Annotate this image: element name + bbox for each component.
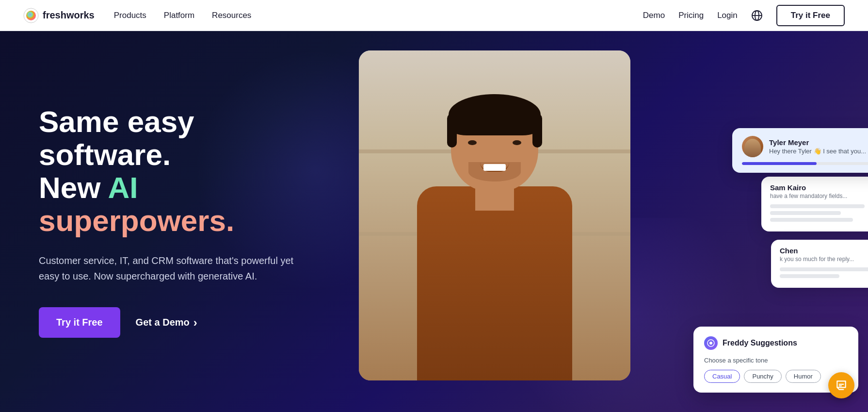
svg-rect-7 xyxy=(839,384,844,385)
person-hair xyxy=(449,94,541,135)
person-body xyxy=(417,186,572,380)
headline-line2-prefix: New xyxy=(39,171,108,204)
logo[interactable]: freshworks xyxy=(23,8,95,23)
hero-headline: Same easy software. New AI superpowers. xyxy=(39,105,330,238)
tyler-name: Tyler Meyer xyxy=(769,138,866,147)
chen-message: k you so much for the reply... xyxy=(780,256,868,263)
person-eye-left xyxy=(468,140,477,145)
freddy-tones-group: Casual Punchy Humor xyxy=(704,370,848,383)
navigation: freshworks Products Platform Resources D… xyxy=(0,0,868,31)
freddy-choose-tone: Choose a specific tone xyxy=(704,357,848,364)
nav-products[interactable]: Products xyxy=(114,11,146,20)
try-it-free-hero-button[interactable]: Try it Free xyxy=(39,307,120,338)
nav-links: Products Platform Resources xyxy=(114,11,643,20)
headline-ai: AI xyxy=(108,171,138,204)
sam-line-1 xyxy=(770,204,865,208)
get-demo-arrow: › xyxy=(193,316,197,330)
nav-login[interactable]: Login xyxy=(717,11,738,20)
sam-card: Sam Kairo have a few mandatory fields... xyxy=(761,177,868,231)
svg-rect-8 xyxy=(839,385,842,386)
sam-line-3 xyxy=(770,218,853,222)
globe-icon[interactable] xyxy=(751,10,763,21)
chen-name: Chen xyxy=(780,247,868,255)
headline-line1: Same easy software. xyxy=(39,105,194,171)
tyler-avatar-silhouette xyxy=(744,139,761,157)
tyler-progress-fill xyxy=(742,162,817,165)
nav-demo[interactable]: Demo xyxy=(643,11,665,20)
freddy-header: Freddy Suggestions xyxy=(704,336,848,350)
person-head xyxy=(451,94,538,191)
chen-lines xyxy=(780,267,868,278)
chen-line-2 xyxy=(780,274,839,278)
nav-pricing[interactable]: Pricing xyxy=(678,11,704,20)
tyler-message: Hey there Tyler 👋 I see that you... xyxy=(769,148,866,155)
sam-message: have a few mandatory fields... xyxy=(770,193,868,199)
tyler-progress-bar xyxy=(742,162,868,165)
tone-casual[interactable]: Casual xyxy=(704,370,740,383)
logo-text: freshworks xyxy=(43,10,95,21)
tyler-info: Tyler Meyer Hey there Tyler 👋 I see that… xyxy=(769,138,866,155)
sam-lines xyxy=(770,204,868,222)
hero-right-panel: Tyler Meyer Hey there Tyler 👋 I see that… xyxy=(330,31,868,412)
svg-point-1 xyxy=(26,11,36,20)
tyler-avatar xyxy=(742,136,763,157)
freddy-title: Freddy Suggestions xyxy=(723,339,797,347)
chat-icon xyxy=(835,379,848,392)
nav-right: Demo Pricing Login Try it Free xyxy=(643,5,845,26)
get-demo-label: Get a Demo xyxy=(136,317,190,328)
sam-line-2 xyxy=(770,211,841,215)
hero-photo-card xyxy=(359,50,630,380)
hero-section: Same easy software. New AI superpowers. … xyxy=(0,0,868,412)
tyler-card: Tyler Meyer Hey there Tyler 👋 I see that… xyxy=(732,128,868,173)
person-teeth xyxy=(483,164,506,171)
tone-humor[interactable]: Humor xyxy=(786,370,821,383)
freddy-icon xyxy=(704,336,718,350)
nav-resources[interactable]: Resources xyxy=(212,11,251,20)
freshworks-logo-icon xyxy=(23,8,39,23)
sam-name: Sam Kairo xyxy=(770,183,868,192)
person-hair-left xyxy=(447,114,457,148)
tone-punchy[interactable]: Punchy xyxy=(744,370,781,383)
hero-left-panel: Same easy software. New AI superpowers. … xyxy=(0,66,330,377)
hero-cta-group: Try it Free Get a Demo › xyxy=(39,307,330,338)
svg-point-6 xyxy=(709,342,712,345)
try-it-free-nav-button[interactable]: Try it Free xyxy=(776,5,845,26)
chen-line-1 xyxy=(780,267,868,271)
person-eye-right xyxy=(513,140,521,145)
chen-card: Chen k you so much for the reply... xyxy=(771,240,868,288)
headline-superpowers: superpowers. xyxy=(39,204,234,237)
person-hair-right xyxy=(532,114,542,148)
chat-bubble-button[interactable] xyxy=(828,372,854,398)
get-demo-link[interactable]: Get a Demo › xyxy=(136,316,197,330)
freddy-logo-icon xyxy=(707,339,715,347)
hero-subtext: Customer service, IT, and CRM software t… xyxy=(39,253,310,284)
nav-platform[interactable]: Platform xyxy=(164,11,194,20)
tyler-header: Tyler Meyer Hey there Tyler 👋 I see that… xyxy=(742,136,868,157)
